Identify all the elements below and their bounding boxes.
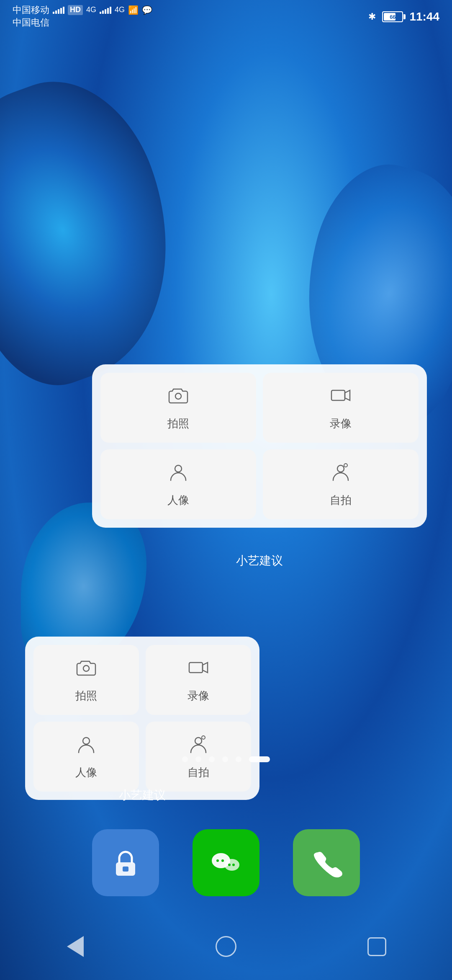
widget-lower-selfie-label: 自拍: [187, 765, 209, 780]
battery-icon: 66: [382, 11, 403, 22]
status-bar: 中国移动 HD 4G 4G 📶 💬 中国电信 ✱: [0, 0, 452, 34]
svg-point-0: [175, 393, 181, 399]
widget-lower-photo-label: 拍照: [75, 689, 97, 703]
svg-point-3: [337, 465, 344, 472]
status-left: 中国移动 HD 4G 4G 📶 💬 中国电信: [13, 5, 152, 29]
selfie-icon-upper: [330, 461, 352, 486]
camera-icon-upper-photo: [167, 384, 189, 410]
4g-badge-2: 4G: [115, 5, 125, 15]
svg-point-4: [344, 464, 347, 467]
widget-upper-portrait[interactable]: 人像: [100, 449, 256, 519]
widget-upper-video-label: 录像: [330, 416, 352, 431]
video-icon-lower: [187, 657, 209, 682]
svg-point-15: [221, 859, 224, 862]
nav-recent-button[interactable]: [360, 930, 393, 963]
carrier1: 中国移动 HD 4G 4G 📶 💬: [13, 5, 152, 15]
dot-4[interactable]: [222, 756, 228, 762]
svg-point-7: [83, 738, 90, 744]
widget-upper-photo[interactable]: 拍照: [100, 373, 256, 443]
status-time: 11:44: [409, 10, 439, 23]
dock-app-phone[interactable]: [293, 829, 360, 896]
svg-point-14: [216, 859, 219, 862]
signal-bars-1: [53, 6, 64, 14]
back-icon: [67, 936, 84, 957]
dot-3[interactable]: [209, 756, 215, 762]
widget-upper-photo-label: 拍照: [167, 416, 189, 431]
nav-back-button[interactable]: [59, 930, 92, 963]
message-icon: 💬: [142, 5, 152, 15]
svg-point-8: [195, 738, 202, 744]
dot-5[interactable]: [236, 756, 241, 762]
portrait-icon-lower: [75, 733, 97, 758]
bluetooth-icon: ✱: [368, 11, 376, 22]
widget-lower-video[interactable]: 录像: [146, 645, 251, 715]
page-dots: [182, 756, 270, 762]
dock-app-wechat[interactable]: [193, 829, 259, 896]
dot-6-active[interactable]: [249, 756, 270, 762]
battery-text: 66: [390, 14, 396, 20]
svg-point-2: [175, 465, 182, 472]
portrait-icon-upper: [167, 461, 189, 486]
widget-upper-selfie-label: 自拍: [330, 493, 352, 508]
dock-app-lock[interactable]: [92, 829, 159, 896]
dot-1[interactable]: [182, 756, 188, 762]
widget-lower-video-label: 录像: [187, 689, 209, 703]
carrier1-name: 中国移动: [13, 5, 49, 15]
nav-bar: [0, 913, 452, 980]
svg-rect-11: [123, 867, 128, 872]
video-icon-upper: [330, 384, 352, 410]
carrier2: 中国电信: [13, 16, 152, 29]
4g-badge-1: 4G: [86, 5, 96, 15]
svg-point-17: [232, 864, 235, 866]
widget-lower-portrait-label: 人像: [75, 765, 97, 780]
hd-badge: HD: [68, 5, 83, 15]
camera-widget-lower: 拍照 录像 人像 自拍: [25, 637, 259, 800]
svg-point-9: [202, 736, 205, 739]
signal-bars-2: [100, 6, 111, 14]
widget-upper-portrait-label: 人像: [167, 493, 189, 508]
svg-point-5: [83, 665, 89, 671]
svg-point-13: [224, 859, 239, 871]
widget-lower-portrait[interactable]: 人像: [33, 722, 139, 792]
suggestion-label-lower: 小艺建议: [25, 787, 259, 803]
selfie-icon-lower: [187, 733, 209, 758]
nav-home-button[interactable]: [209, 930, 243, 963]
suggestion-label-upper: 小艺建议: [92, 553, 427, 569]
status-right: ✱ 66 11:44: [368, 10, 439, 23]
wifi-icon: 📶: [128, 5, 139, 15]
recent-icon: [367, 937, 386, 956]
widget-upper-selfie[interactable]: 自拍: [263, 449, 419, 519]
svg-point-16: [228, 864, 231, 866]
widget-upper-video[interactable]: 录像: [263, 373, 419, 443]
dock: [92, 829, 360, 896]
widget-lower-photo[interactable]: 拍照: [33, 645, 139, 715]
home-icon: [216, 936, 236, 957]
dot-2[interactable]: [195, 756, 201, 762]
camera-icon-lower-photo: [75, 657, 97, 682]
svg-rect-1: [331, 390, 345, 400]
camera-widget-upper: 拍照 录像 人像 自拍: [92, 364, 427, 528]
svg-rect-6: [189, 663, 203, 673]
